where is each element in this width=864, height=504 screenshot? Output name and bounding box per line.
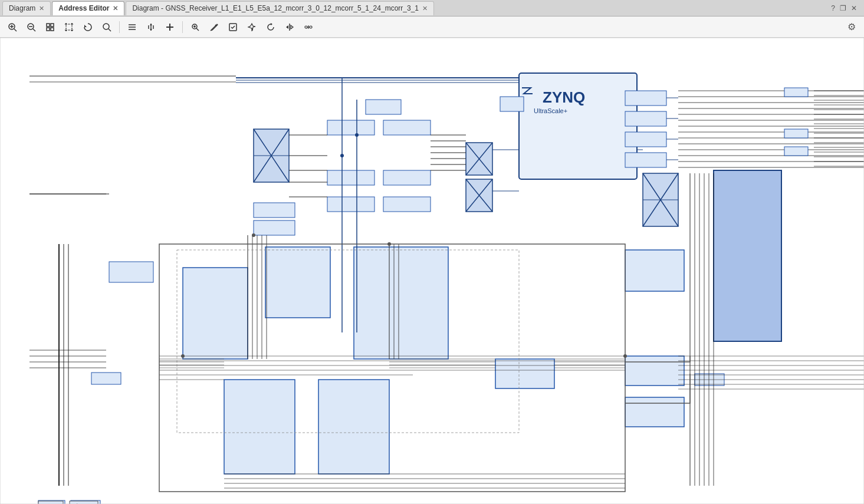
svg-rect-91 [500,97,524,111]
svg-rect-202 [625,153,666,167]
svg-rect-197 [784,129,808,138]
align-button[interactable] [124,19,140,35]
tab-address-editor[interactable]: Address Editor ✕ [52,1,124,15]
svg-point-174 [623,354,627,358]
tab-diagram-gnss-close[interactable]: ✕ [422,5,428,12]
svg-marker-42 [286,25,288,29]
tab-actions: ? ❐ ✕ [831,4,862,12]
svg-rect-212 [70,501,98,504]
close-window-icon[interactable]: ✕ [851,4,857,12]
svg-marker-40 [271,23,272,25]
tab-diagram-label: Diagram [9,4,35,12]
zoom-out-button[interactable] [24,19,39,35]
reset-zoom-button[interactable] [80,19,96,35]
svg-rect-196 [784,88,808,97]
validate-button[interactable] [225,19,241,35]
svg-line-22 [109,29,111,31]
zoom-in-button[interactable] [5,19,20,35]
svg-rect-98 [625,356,684,386]
svg-point-21 [103,24,109,29]
svg-rect-88 [383,197,431,212]
svg-text:UltraScale+: UltraScale+ [534,107,567,114]
svg-rect-10 [51,28,54,31]
diagram-svg: ZYNQ UltraScale+ [0,38,864,504]
svg-rect-101 [224,380,295,474]
svg-marker-43 [291,25,293,29]
svg-rect-92 [183,268,248,359]
zoom-region-button[interactable] [188,19,203,35]
svg-rect-99 [625,397,684,427]
svg-point-173 [181,354,185,358]
svg-text:ZYNQ: ZYNQ [543,88,585,106]
restore-icon[interactable]: ❐ [840,4,846,12]
add-button[interactable] [162,19,178,35]
tab-diagram-close[interactable]: ✕ [39,5,44,12]
fit-selection-button[interactable] [61,19,77,35]
svg-line-1 [14,29,17,31]
svg-point-172 [387,242,391,246]
svg-rect-93 [265,247,330,318]
svg-rect-106 [91,373,121,384]
distribute-button[interactable] [143,19,159,35]
tab-address-editor-close[interactable]: ✕ [113,5,118,12]
svg-rect-90 [254,220,295,235]
settings-button[interactable]: ⚙ [844,19,859,35]
tab-diagram-gnss-label: Diagram - GNSS_Receiver_L1_E1_L5_E5a_12_… [132,4,419,12]
svg-rect-8 [51,24,54,27]
svg-rect-89 [254,203,295,218]
svg-line-5 [33,29,35,31]
svg-rect-82 [366,100,401,114]
svg-point-171 [252,233,255,237]
tab-address-editor-label: Address Editor [58,4,109,12]
toolbar: ⚙ [0,17,864,38]
sep2 [182,21,183,33]
svg-rect-11 [66,24,72,30]
svg-rect-97 [625,250,684,291]
tab-bar: Diagram ✕ Address Editor ✕ Diagram - GNS… [0,0,864,17]
svg-rect-9 [47,28,50,31]
svg-rect-86 [383,170,431,185]
diagram-canvas-area: ZYNQ UltraScale+ [0,38,864,504]
svg-rect-198 [784,147,808,156]
zoom-percent-button[interactable] [99,19,114,35]
help-icon[interactable]: ? [831,4,835,12]
tab-diagram-gnss[interactable]: Diagram - GNSS_Receiver_L1_E1_L5_E5a_12_… [126,1,434,15]
svg-point-169 [340,154,344,157]
svg-rect-211 [38,501,63,504]
svg-point-45 [310,26,312,28]
svg-rect-95 [714,170,781,341]
svg-rect-199 [625,91,666,106]
svg-marker-29 [150,24,152,25]
svg-point-44 [305,26,307,28]
autoconnect-button[interactable] [301,19,316,35]
svg-rect-200 [625,111,666,126]
svg-rect-201 [625,132,666,147]
svg-rect-83 [327,120,374,135]
fit-page-button[interactable] [42,19,58,35]
svg-point-170 [355,133,359,137]
svg-rect-94 [354,247,448,359]
tab-diagram[interactable]: Diagram ✕ [2,1,51,15]
rotate-button[interactable] [263,19,278,35]
svg-rect-96 [109,262,153,282]
sep1 [119,21,120,33]
svg-rect-102 [318,380,389,474]
svg-line-34 [196,28,199,31]
flip-button[interactable] [282,19,297,35]
svg-marker-30 [150,29,152,31]
svg-rect-7 [47,24,50,27]
svg-rect-84 [383,120,431,135]
pin-button[interactable] [244,19,259,35]
svg-rect-85 [327,170,374,185]
svg-rect-87 [327,197,374,212]
svg-marker-20 [84,25,87,27]
svg-rect-100 [495,359,554,388]
edit-button[interactable] [206,19,222,35]
